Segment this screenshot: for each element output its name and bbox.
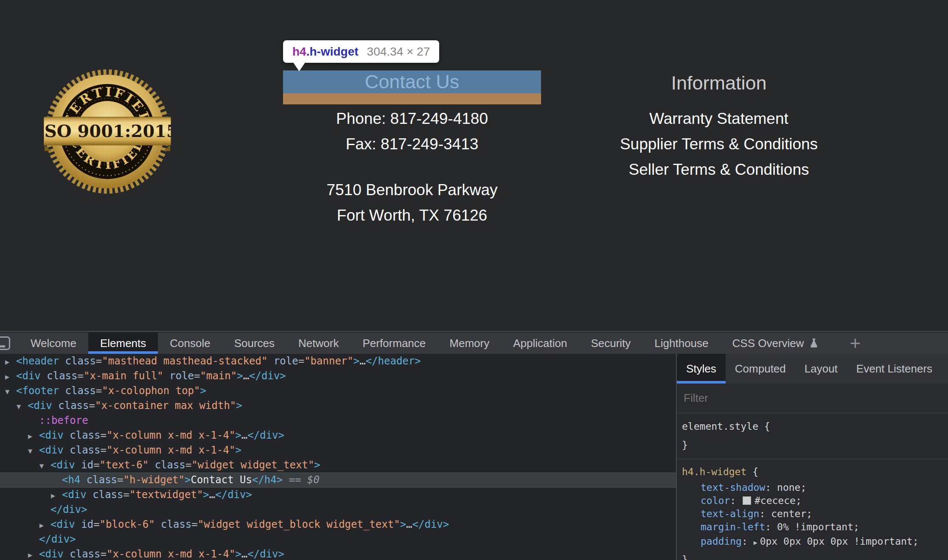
new-tab-button[interactable]: + <box>850 333 861 354</box>
tooltip-arrow <box>293 62 306 71</box>
token-punc: = <box>101 429 107 441</box>
expand-down-icon[interactable]: ▼ <box>39 459 50 473</box>
token-tag: <div <box>39 429 64 441</box>
token-tag: </div> <box>247 548 284 560</box>
token-tag: <header <box>16 355 59 367</box>
token-punc: = <box>89 400 95 412</box>
tree-row-10[interactable]: </div> <box>0 502 676 517</box>
tree-row-0[interactable]: ▶<header class="masthead masthead-stacke… <box>0 354 676 369</box>
information-link-0[interactable]: Warranty Statement <box>570 109 867 129</box>
prop-value[interactable]: 0px 0px 0px 0px !important; <box>760 536 919 547</box>
tab-css-overview[interactable]: CSS Overview <box>721 333 830 354</box>
token-punc: = <box>123 489 129 501</box>
information-link-1[interactable]: Supplier Terms & Conditions <box>570 134 867 154</box>
tree-row-11[interactable]: ▶<div id="block-6" class="widget widget_… <box>0 517 676 532</box>
token-attr: id <box>75 518 93 530</box>
tab-network[interactable]: Network <box>286 333 351 354</box>
tab-welcome[interactable]: Welcome <box>19 333 88 354</box>
inspect-margin-highlight <box>283 93 541 104</box>
tree-row-5[interactable]: ▶<div class="x-column x-md x-1-4">…</div… <box>0 428 676 443</box>
prop-value[interactable]: center; <box>771 508 812 519</box>
information-link-2[interactable]: Seller Terms & Conditions <box>570 160 867 179</box>
expand-right-icon[interactable]: ▶ <box>39 518 50 533</box>
tab-performance[interactable]: Performance <box>351 333 438 354</box>
tooltip-dimensions: 304.34 × 27 <box>367 45 430 59</box>
prop-name[interactable]: text-shadow <box>701 482 765 493</box>
sidebar-tab-layout[interactable]: Layout <box>795 354 847 384</box>
token-tag: </div> <box>247 429 284 441</box>
token-val: "banner" <box>304 355 353 367</box>
tab-elements[interactable]: Elements <box>88 333 158 354</box>
css-prop-padding[interactable]: padding: ▶0px 0px 0px 0px !important; <box>682 534 948 550</box>
tab-memory[interactable]: Memory <box>438 333 501 354</box>
tooltip-class: .h-widget <box>306 45 359 59</box>
tree-row-1[interactable]: ▶<div class="x-main full" role="main">…<… <box>0 369 676 384</box>
tree-row-6[interactable]: ▼<div class="x-column x-md x-1-4"> <box>0 443 676 458</box>
token-tag: <div <box>62 489 87 501</box>
rule-selector[interactable]: element.style <box>682 421 758 432</box>
expand-right-icon[interactable]: ▶ <box>28 548 39 560</box>
token-tag: > <box>237 370 243 382</box>
expand-shorthand-icon[interactable]: ▶ <box>754 539 757 546</box>
expand-down-icon[interactable]: ▼ <box>5 384 16 399</box>
expand-right-icon[interactable]: ▶ <box>51 488 62 503</box>
token-punc: = <box>78 370 84 382</box>
toggle-device-toolbar-button[interactable] <box>0 333 19 354</box>
tree-row-13[interactable]: ▶<div class="x-column x-md x-1-4">…</div… <box>0 547 676 560</box>
token-val: "widget widget_block widget_text" <box>198 518 400 530</box>
prop-name[interactable]: color <box>701 495 730 506</box>
css-prop-margin-left[interactable]: margin-left: 0% !important; <box>682 521 948 534</box>
token-val: "x-column x-md x-1-4" <box>107 548 235 560</box>
styles-filter-row <box>677 384 948 413</box>
tree-row-8[interactable]: <h4 class="h-widget">Contact Us</h4> == … <box>0 473 676 487</box>
tab-sources[interactable]: Sources <box>222 333 286 354</box>
tree-row-7[interactable]: ▼<div id="text-6" class="widget widget_t… <box>0 458 676 473</box>
token-dots: … <box>406 518 412 530</box>
expand-right-icon[interactable]: ▶ <box>28 429 39 444</box>
prop-value[interactable]: 0% !important; <box>777 521 859 532</box>
elements-tree: ▶<header class="masthead masthead-stacke… <box>0 354 676 560</box>
css-prop-text-align[interactable]: text-align: center; <box>682 507 948 521</box>
token-dollar: $0 <box>307 474 320 486</box>
rule-selector[interactable]: h4.h-widget <box>682 466 746 477</box>
expand-right-icon[interactable]: ▶ <box>5 370 16 384</box>
contact-line-1: Fax: 817-249-3413 <box>264 134 561 154</box>
css-prop-text-shadow[interactable]: text-shadow: none; <box>682 481 948 494</box>
css-prop-color[interactable]: color: #cecece; <box>682 494 948 507</box>
token-tag: > <box>235 548 241 560</box>
tree-row-3[interactable]: ▼<div class="x-container max width"> <box>0 398 676 413</box>
prop-name[interactable]: text-align <box>701 508 759 519</box>
token-punc: = <box>93 459 99 471</box>
token-punc: = <box>93 518 99 530</box>
styles-rules: element.style {}h4.h-widget {text-shadow… <box>677 414 948 560</box>
token-attr: class <box>87 489 123 501</box>
tree-row-12[interactable]: </div> <box>0 532 676 547</box>
sidebar-tab-event-listeners[interactable]: Event Listeners <box>847 354 942 384</box>
expand-down-icon[interactable]: ▼ <box>28 444 39 459</box>
token-punc: = <box>96 355 102 367</box>
information-heading: Information <box>592 72 846 94</box>
expand-right-icon[interactable]: ▶ <box>5 355 16 370</box>
tree-row-4[interactable]: ::before <box>0 413 676 428</box>
expand-down-icon[interactable]: ▼ <box>17 399 28 414</box>
prop-name[interactable]: margin-left <box>701 521 765 532</box>
token-attr: id <box>75 459 93 471</box>
token-val: "x-column x-md x-1-4" <box>107 444 235 456</box>
tree-row-9[interactable]: ▶<div class="textwidget">…</div> <box>0 487 676 502</box>
tree-row-2[interactable]: ▼<footer class="x-colophon top"> <box>0 384 676 398</box>
badge-center-text: ISO 9001:2015 <box>44 121 171 141</box>
prop-value[interactable]: #cecece; <box>754 495 802 506</box>
prop-value[interactable]: none; <box>777 482 806 493</box>
styles-filter-input[interactable] <box>684 392 922 405</box>
color-swatch[interactable] <box>743 496 751 505</box>
styles-sidebar: StylesComputedLayoutEvent Listeners elem… <box>676 354 948 560</box>
sidebar-tab-computed[interactable]: Computed <box>726 354 795 384</box>
tab-lighthouse[interactable]: Lighthouse <box>642 333 720 354</box>
tab-security[interactable]: Security <box>579 333 642 354</box>
token-tag: > <box>353 355 359 367</box>
tab-console[interactable]: Console <box>158 333 222 354</box>
token-val: "x-main full" <box>84 370 163 382</box>
sidebar-tab-styles[interactable]: Styles <box>677 354 726 384</box>
tab-application[interactable]: Application <box>501 333 579 354</box>
prop-name[interactable]: padding <box>701 536 742 547</box>
